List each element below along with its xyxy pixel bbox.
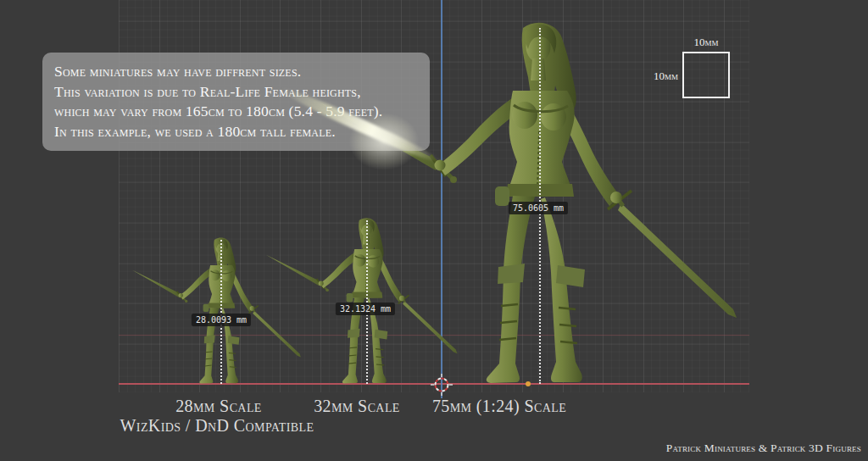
scale-label-32mm: 32mm Scale — [314, 397, 400, 416]
reference-square-10mm — [682, 52, 730, 98]
measurement-label-75mm: 75.0605 mm — [509, 202, 568, 214]
reference-square-side-label: 10mm — [654, 69, 678, 83]
scale-label-28mm: 28mm Scale — [175, 397, 262, 416]
info-line-1: Some miniatures may have diffrent sizes. — [54, 62, 430, 82]
object-origin-dot — [526, 381, 531, 386]
miniature-figure-32mm[interactable] — [265, 218, 457, 383]
measurement-label-28mm: 28.0093 mm — [192, 314, 251, 326]
info-line-2: This variation is due to Real-Life Femal… — [54, 82, 430, 103]
measurement-label-32mm: 32.1324 mm — [336, 303, 395, 315]
measure-line-28mm — [220, 240, 222, 384]
reference-square-top-label: 10mm — [693, 36, 718, 49]
blender-viewport-screenshot: 28.0093 mm 32.1324 mm 75.0605 mm Some mi… — [0, 0, 868, 461]
scale-sublabel-wizkids: WizKids / DnD Compatible — [120, 416, 314, 436]
watermark: Patrick Miniatures & Patrick 3D Figures — [666, 442, 861, 455]
lens-flare-glow — [337, 103, 431, 180]
scale-label-75mm: 75mm (1:24) Scale — [432, 397, 566, 416]
cursor-3d-icon[interactable] — [431, 374, 453, 396]
